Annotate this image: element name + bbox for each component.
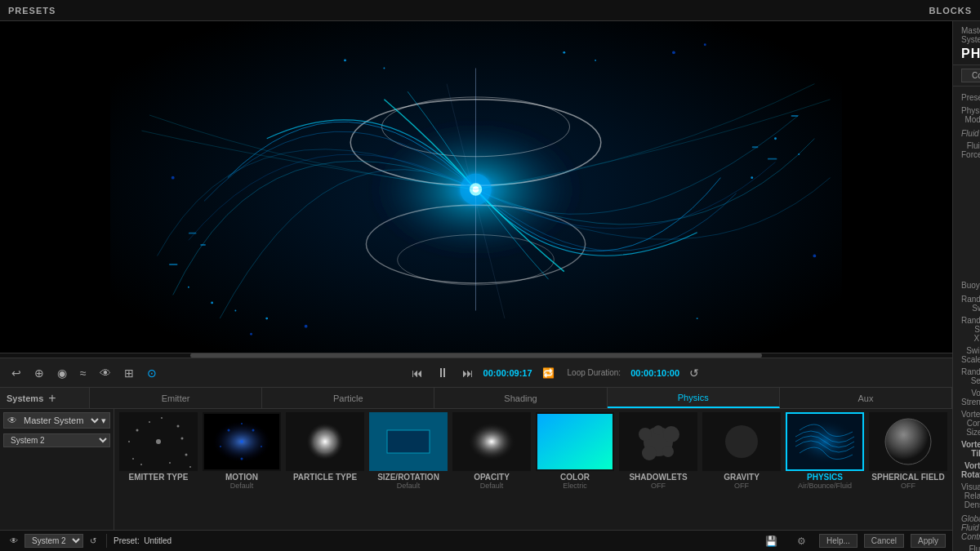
status-system-dropdown[interactable]: System 2 bbox=[24, 534, 83, 548]
global-fluid-header: Global Fluid Controls bbox=[953, 511, 980, 543]
thumb-opacity-sublabel: Default bbox=[480, 482, 504, 490]
thumb-shadowlets-sublabel: OFF bbox=[651, 482, 666, 490]
thumb-color-label: COLOR bbox=[560, 473, 590, 482]
presets-label[interactable]: PRESETS bbox=[8, 6, 56, 16]
thumb-physics[interactable]: PHYSICS Air/Bounce/Fluid bbox=[784, 412, 866, 490]
current-time: 00:00:09:17 bbox=[483, 368, 532, 378]
vortex-tilt-row: Vortex Tilt: 0x+11.0° bbox=[953, 438, 980, 460]
presets-row: 👁 Master System ▾ System 2 bbox=[0, 409, 952, 530]
svg-rect-32 bbox=[200, 244, 206, 246]
random-seed-row: Random Seed: 0 bbox=[953, 366, 980, 387]
rp-header: Master System PHYSICS ↺ bbox=[953, 21, 980, 65]
apply-btn[interactable]: Apply bbox=[911, 534, 946, 548]
undo-btn[interactable]: ↩ bbox=[8, 365, 24, 381]
dropdown-arrow-icon: ▾ bbox=[101, 415, 106, 426]
go-start-btn[interactable]: ⏮ bbox=[408, 365, 426, 381]
main-layout: ↩ ⊕ ◉ ≈ 👁 ⊞ ⊙ ⏮ ⏸ ⏭ 00:00:09:17 🔁 Loop D… bbox=[0, 21, 980, 551]
svg-point-37 bbox=[136, 429, 139, 432]
thumb-gravity-label: GRAVITY bbox=[724, 473, 760, 482]
svg-point-62 bbox=[466, 420, 518, 463]
svg-point-20 bbox=[305, 325, 308, 328]
svg-point-46 bbox=[189, 466, 191, 468]
svg-point-68 bbox=[642, 446, 657, 460]
svg-point-19 bbox=[595, 60, 596, 61]
master-system-dropdown[interactable]: 👁 Master System ▾ bbox=[3, 412, 110, 429]
thumb-particle-type[interactable]: PARTICLE TYPE bbox=[284, 412, 366, 482]
preset-label: Preset: bbox=[961, 93, 980, 102]
audio-btn[interactable]: ◉ bbox=[54, 365, 70, 381]
viewport-scrollbar[interactable] bbox=[0, 353, 952, 358]
thumb-gravity[interactable]: GRAVITY OFF bbox=[701, 412, 782, 490]
loop-time: 00:00:10:00 bbox=[630, 368, 679, 378]
rp-system-label: Master System bbox=[961, 26, 972, 44]
save-preset-icon-btn[interactable]: 💾 bbox=[759, 534, 784, 549]
physics-model-row: Physics Model: Fluid bbox=[953, 104, 980, 126]
svg-point-51 bbox=[228, 429, 230, 432]
thumb-emitter-type[interactable]: EMITTER TYPE bbox=[118, 412, 199, 482]
thumb-size-sublabel: Default bbox=[397, 482, 421, 490]
thumb-particle-type-label: PARTICLE TYPE bbox=[293, 473, 357, 482]
eye-btn[interactable]: 👁 bbox=[96, 365, 114, 381]
thumb-shadowlets[interactable]: SHADOWLETS OFF bbox=[617, 412, 699, 490]
svg-point-41 bbox=[169, 462, 171, 464]
status-system-select-area: 👁 System 2 ↺ bbox=[7, 534, 107, 548]
tab-emitter[interactable]: Emitter bbox=[90, 388, 262, 408]
add-system-btn[interactable]: + bbox=[48, 391, 56, 406]
blocks-label[interactable]: BLOCKS bbox=[929, 6, 972, 16]
system2-select[interactable]: System 2 bbox=[3, 433, 110, 447]
loop-reset-btn[interactable]: ↺ bbox=[686, 365, 702, 381]
thumb-opacity[interactable]: OPACITY Default bbox=[451, 412, 532, 490]
svg-point-66 bbox=[639, 428, 652, 441]
loop-label: Loop Duration: bbox=[568, 368, 621, 377]
thumb-spherical[interactable]: SPHERICAL FIELD OFF bbox=[867, 412, 949, 490]
svg-point-13 bbox=[798, 153, 800, 155]
tab-physics[interactable]: Physics bbox=[608, 388, 780, 408]
tab-shading[interactable]: Shading bbox=[434, 388, 607, 408]
copy-btn[interactable]: Copy bbox=[961, 69, 980, 82]
svg-point-36 bbox=[156, 439, 161, 444]
svg-point-67 bbox=[663, 426, 679, 442]
physics-model-label: Physics Model: bbox=[961, 106, 980, 124]
help-btn[interactable]: Help... bbox=[819, 534, 858, 548]
master-system-select[interactable]: Master System bbox=[20, 415, 101, 426]
svg-point-12 bbox=[774, 137, 777, 140]
tab-aux[interactable]: Aux bbox=[780, 388, 952, 408]
tab-particle[interactable]: Particle bbox=[262, 388, 434, 408]
status-reset-btn[interactable]: ↺ bbox=[87, 535, 100, 547]
svg-point-15 bbox=[697, 318, 698, 319]
random-swirl-xyz-row: Random Swirl XYZ: 40.00 bbox=[953, 314, 980, 344]
status-eye-btn[interactable]: 👁 bbox=[7, 535, 21, 547]
svg-point-17 bbox=[383, 68, 385, 69]
thumb-motion[interactable]: MOTION Default bbox=[201, 412, 283, 490]
thumb-physics-label: PHYSICS bbox=[807, 473, 843, 482]
status-preset-label: Preset: Untitled bbox=[114, 536, 172, 545]
svg-point-69 bbox=[662, 446, 674, 457]
svg-point-42 bbox=[149, 421, 150, 423]
go-end-btn[interactable]: ⏭ bbox=[459, 365, 477, 381]
wave-btn[interactable]: ≈ bbox=[77, 365, 90, 381]
system-row2: System 2 bbox=[3, 433, 110, 447]
thumb-color[interactable]: COLOR Electric bbox=[534, 412, 616, 490]
bottom-panel: Systems + Emitter Particle Shading Physi… bbox=[0, 387, 952, 530]
record-btn[interactable]: ⊕ bbox=[31, 365, 47, 381]
play-pause-btn[interactable]: ⏸ bbox=[433, 364, 452, 382]
fluid-time-factor-label: Fluid Time Factor: bbox=[961, 544, 980, 551]
rp-body: Preset: Air/Bounce/Fluid 📥 Physics Model… bbox=[953, 87, 980, 551]
random-seed-label: Random Seed: bbox=[961, 367, 980, 385]
svg-point-10 bbox=[211, 301, 213, 304]
svg-point-23 bbox=[704, 43, 706, 46]
grid-btn[interactable]: ⊞ bbox=[121, 365, 137, 381]
vortex-rotate-row: Vortex Rotate: 0x+57.0° bbox=[953, 460, 980, 481]
thumb-size-rotation[interactable]: SIZE/ROTATION Default bbox=[368, 412, 449, 490]
svg-rect-63 bbox=[537, 414, 612, 469]
svg-rect-29 bbox=[752, 146, 759, 148]
random-swirl-xyz-label: Random Swirl XYZ: bbox=[961, 316, 980, 343]
rp-copy-paste-area: Copy Paste bbox=[953, 65, 980, 87]
cancel-btn[interactable]: Cancel bbox=[864, 534, 904, 548]
svg-point-14 bbox=[751, 176, 753, 179]
target-btn[interactable]: ⊙ bbox=[144, 365, 160, 381]
settings-icon-btn[interactable]: ⚙ bbox=[791, 534, 813, 549]
systems-label: Systems + bbox=[0, 388, 90, 408]
buoyancy-row: Buoyancy: 5.00 bbox=[953, 277, 980, 293]
status-right-actions: 💾 ⚙ Help... Cancel Apply bbox=[759, 534, 946, 549]
